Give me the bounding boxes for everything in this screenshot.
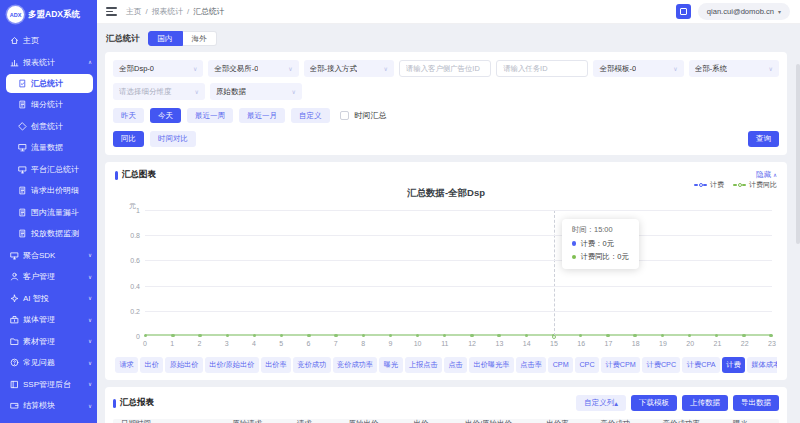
metric-tab[interactable]: CPC xyxy=(575,357,599,373)
sidebar-item[interactable]: 平台汇总统计 xyxy=(0,159,97,181)
legend-item[interactable]: 计费 xyxy=(694,180,724,190)
legend-label: 计费 xyxy=(710,180,724,190)
filter-input[interactable] xyxy=(496,60,588,77)
compare-button[interactable]: 时间对比 xyxy=(150,131,196,147)
sidebar-item[interactable]: 常见问题∨ xyxy=(0,352,97,374)
table-column-header[interactable]: 竞价成功 xyxy=(596,419,658,423)
sidebar-item[interactable]: 创意统计 xyxy=(0,116,97,138)
sidebar-item[interactable]: 聚合SDK∨ xyxy=(0,245,97,267)
sidebar-item[interactable]: 流量数据 xyxy=(0,137,97,159)
collapse-menu-icon[interactable] xyxy=(106,7,117,16)
time-sum-checkbox[interactable] xyxy=(340,111,349,120)
table-section-title: 汇总报表 xyxy=(120,397,154,409)
metric-tabs: 请求出价原始出价出价/原始出价出价率竞价成功竞价成功率曝光上报点击点击出价曝光率… xyxy=(115,357,777,373)
metric-tab[interactable]: 曝光 xyxy=(379,357,402,373)
metric-tab[interactable]: 计费CPC xyxy=(642,357,680,373)
region-tab[interactable]: 海外 xyxy=(183,31,217,46)
sidebar-item[interactable]: 请求出价明细 xyxy=(0,180,97,202)
filter-select[interactable]: 全部-接入方式∨ xyxy=(304,60,394,77)
filter-select[interactable]: 全部交易所-0∨ xyxy=(208,60,298,77)
metric-tab[interactable]: 媒体成本 xyxy=(747,357,777,373)
table-header-row: 日期时间原始请求请求原始出价出价出价/原始出价出价率竞价成功竞价成功率曝光 xyxy=(113,419,779,423)
date-range-button[interactable]: 最近一周 xyxy=(187,108,233,123)
query-button[interactable]: 查询 xyxy=(748,131,779,147)
metric-tab[interactable]: CPM xyxy=(548,357,573,373)
chevron-down-icon: ∨ xyxy=(193,65,197,72)
metric-tab[interactable]: 出价/原始出价 xyxy=(205,357,259,373)
hide-chart-link[interactable]: 隐藏 ∧ xyxy=(756,170,777,180)
region-tab[interactable]: 国内 xyxy=(148,31,183,46)
home-icon xyxy=(10,36,19,45)
series-dot-icon xyxy=(572,241,577,246)
table-column-header[interactable]: 原始出价 xyxy=(345,419,410,423)
metric-tab[interactable]: 出价 xyxy=(140,357,163,373)
compare-buttons: 同比时间对比 xyxy=(113,131,196,147)
metric-tab[interactable]: 竞价成功率 xyxy=(333,357,378,373)
data-point xyxy=(470,334,473,337)
filter-input-field[interactable] xyxy=(503,64,581,73)
app-logo[interactable]: ADX 多盟ADX系统 xyxy=(0,0,97,30)
compare-button[interactable]: 同比 xyxy=(113,131,144,147)
x-tick-label: 17 xyxy=(605,340,613,347)
filter-input-field[interactable] xyxy=(406,64,484,73)
table-column-header[interactable]: 请求 xyxy=(293,419,344,423)
filter-input[interactable] xyxy=(399,60,491,77)
metric-tab[interactable]: 出价曝光率 xyxy=(469,357,514,373)
date-buttons: 昨天今天最近一周最近一月自定义 xyxy=(113,108,330,123)
date-range-button[interactable]: 今天 xyxy=(150,108,181,123)
table-action-button[interactable]: 下载模板 xyxy=(631,395,677,411)
scrollbar-thumb[interactable] xyxy=(796,64,800,244)
metric-tab[interactable]: 原始出价 xyxy=(165,357,203,373)
sidebar-item[interactable]: 结算模块∨ xyxy=(0,395,97,417)
metric-tab[interactable]: 点击 xyxy=(444,357,467,373)
metric-tab[interactable]: 请求 xyxy=(115,357,138,373)
sidebar-item[interactable]: SSP管理后台∨ xyxy=(0,374,97,396)
section-accent-bar xyxy=(113,399,116,408)
filter-select[interactable]: 全部模板-0∨ xyxy=(593,60,683,77)
sidebar-item[interactable]: 细分统计 xyxy=(0,94,97,116)
user-menu[interactable]: qian.cui@domob.cn ▾ xyxy=(698,3,790,20)
metric-tab[interactable]: 点击率 xyxy=(516,357,546,373)
table-action-button[interactable]: 导出数据 xyxy=(733,395,779,411)
filter-select[interactable]: 全部-系统∨ xyxy=(689,60,779,77)
table-column-header[interactable]: 出价 xyxy=(410,419,461,423)
scrollbar[interactable] xyxy=(795,0,800,423)
table-action-button[interactable]: 自定义列 ▴ xyxy=(576,395,626,411)
table-column-header[interactable]: 出价/原始出价 xyxy=(461,419,542,423)
filter-select[interactable]: 原始数据∨ xyxy=(210,83,302,100)
table-column-header[interactable]: 曝光 xyxy=(729,419,775,423)
sidebar-item[interactable]: AI 智投∨ xyxy=(0,288,97,310)
legend-item[interactable]: 计费同比 xyxy=(733,180,777,190)
sidebar-item[interactable]: 主页 xyxy=(0,30,97,52)
table-column-header[interactable]: 竞价成功率 xyxy=(659,419,729,423)
sidebar-item-label: 报表统计 xyxy=(23,57,55,68)
table-column-header[interactable]: 出价率 xyxy=(542,419,596,423)
quick-action-icon[interactable] xyxy=(676,4,691,19)
filter-select[interactable]: 全部Dsp-0∨ xyxy=(113,60,203,77)
table-column-header[interactable]: 日期时间 xyxy=(117,419,228,423)
filter-select[interactable]: 请选择细分维度∨ xyxy=(113,83,205,100)
sidebar-item[interactable]: 素材管理∨ xyxy=(0,331,97,353)
sidebar-item-label: SSP管理后台 xyxy=(23,379,71,390)
breadcrumb-item[interactable]: 主页 xyxy=(126,6,142,17)
metric-tab[interactable]: 计费CPM xyxy=(601,357,640,373)
data-point xyxy=(280,334,283,337)
metric-tab[interactable]: 出价率 xyxy=(261,357,291,373)
date-range-button[interactable]: 最近一月 xyxy=(239,108,285,123)
date-range-button[interactable]: 昨天 xyxy=(113,108,144,123)
breadcrumb-item[interactable]: 报表统计 xyxy=(152,6,183,17)
sidebar-item[interactable]: 客户管理∨ xyxy=(0,266,97,288)
metric-tab[interactable]: 上报点击 xyxy=(405,357,443,373)
sidebar-item[interactable]: 国内流量漏斗 xyxy=(0,202,97,224)
table-column-header[interactable]: 原始请求 xyxy=(228,419,293,423)
sidebar-item[interactable]: 媒体管理∨ xyxy=(0,309,97,331)
metric-tab[interactable]: 计费 xyxy=(722,357,745,373)
date-range-button[interactable]: 自定义 xyxy=(291,108,330,123)
table-action-button[interactable]: 上传数据 xyxy=(682,395,728,411)
sidebar-item[interactable]: 汇总统计 xyxy=(6,74,93,93)
data-point xyxy=(579,334,582,337)
sidebar-item[interactable]: 报表统计∧ xyxy=(0,52,97,74)
metric-tab[interactable]: 计费CPA xyxy=(682,357,719,373)
sidebar-item[interactable]: 投放数据监测 xyxy=(0,223,97,245)
metric-tab[interactable]: 竞价成功 xyxy=(293,357,331,373)
